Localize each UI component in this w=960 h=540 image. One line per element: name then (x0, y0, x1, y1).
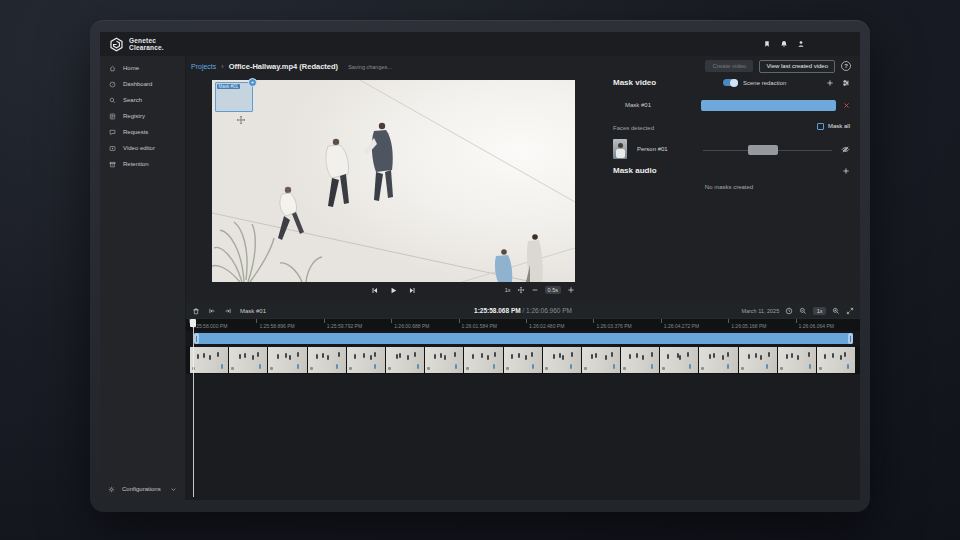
mask-region-label: Mask #01 (217, 84, 240, 89)
filmstrip-thumbnail[interactable] (504, 347, 542, 373)
pan-tool-icon[interactable] (517, 286, 525, 294)
search-icon (109, 97, 116, 104)
sidebar-item-dashboard[interactable]: Dashboard (100, 76, 185, 92)
mask-region-box[interactable]: Mask #01 + (215, 82, 253, 112)
sidebar-item-requests[interactable]: Requests (100, 124, 185, 140)
playhead-handle[interactable] (190, 319, 196, 327)
mask-move-handle-icon[interactable]: + (248, 78, 257, 87)
no-masks-text: No masks created (600, 184, 858, 190)
ruler-tick: 1:26:02.480 PM (529, 323, 564, 329)
mask-audio-title: Mask audio (613, 166, 657, 175)
sidebar-item-configurations[interactable]: Configurations (100, 482, 185, 496)
app-window: Genetec Clearance. HomeDashboardSearchRe… (90, 20, 870, 512)
filmstrip-thumbnail[interactable] (190, 347, 228, 373)
mask-track-row: Mask #01 (613, 99, 850, 113)
play-button[interactable] (389, 286, 398, 295)
skip-next-button[interactable] (408, 286, 417, 295)
sidebar-item-video-editor[interactable]: Video editor (100, 140, 185, 156)
scene-redaction-toggle[interactable]: Scene redaction (723, 79, 786, 86)
step-interval-value[interactable]: 0.5s (545, 286, 561, 294)
filmstrip-thumbnail[interactable] (660, 347, 698, 373)
delete-selection-icon[interactable] (192, 307, 200, 315)
step-decrease-button[interactable] (531, 286, 539, 294)
ruler-tick: 1:26:05.168 PM (731, 323, 766, 329)
zoom-out-icon[interactable] (799, 307, 807, 315)
video-canvas[interactable]: Mask #01 + (212, 80, 575, 282)
clock-icon[interactable] (785, 307, 793, 315)
mask-track-lane (186, 331, 860, 347)
timeline-zoom-level[interactable]: 1x (813, 307, 826, 315)
mask-name-label: Mask #01 (625, 102, 651, 108)
sidebar-item-label: Retention (123, 161, 149, 167)
brand-name: Genetec Clearance. (129, 37, 164, 52)
set-start-icon[interactable] (208, 307, 216, 315)
person-detection-segment[interactable] (748, 145, 778, 155)
mask-settings-icon[interactable] (842, 79, 850, 87)
timeline-mask-bar[interactable] (194, 333, 853, 344)
person-thumbnail[interactable] (613, 139, 627, 159)
filmstrip[interactable] (186, 347, 860, 374)
ruler-tick: 1:26:01.584 PM (462, 323, 497, 329)
add-mask-button[interactable] (826, 79, 834, 87)
registry-icon (109, 113, 116, 120)
breadcrumb: Projects › Office-Hallway.mp4 (Redacted)… (186, 62, 392, 71)
topbar-icon-group (763, 40, 805, 48)
playback-speed-label[interactable]: 1x (505, 287, 511, 293)
expand-timeline-icon[interactable] (846, 307, 854, 315)
person-icon[interactable] (797, 40, 805, 48)
filmstrip-thumbnail[interactable] (464, 347, 502, 373)
genetec-logo-icon (109, 37, 124, 52)
sidebar: HomeDashboardSearchRegistryRequestsVideo… (100, 56, 186, 500)
ruler-tick: 1:25:58.896 PM (259, 323, 294, 329)
sidebar-item-label: Dashboard (123, 81, 152, 87)
bookmark-icon[interactable] (763, 40, 771, 48)
ruler-tick: 1:25:58.000 PM (192, 323, 227, 329)
mask-duration-bar[interactable] (701, 100, 836, 111)
sidebar-item-registry[interactable]: Registry (100, 108, 185, 124)
requests-icon (109, 129, 116, 136)
video-editor-icon (109, 145, 116, 152)
filmstrip-thumbnail[interactable] (778, 347, 816, 373)
mask-panel: Mask video Scene redaction Mask (600, 56, 858, 303)
sidebar-item-label: Video editor (123, 145, 155, 151)
visibility-off-icon[interactable] (841, 145, 850, 154)
zoom-in-icon[interactable] (832, 307, 840, 315)
dashboard-icon (109, 81, 116, 88)
mask-bar-right-handle[interactable] (848, 333, 853, 344)
filmstrip-thumbnail[interactable] (229, 347, 267, 373)
ruler-tick: 1:26:00.688 PM (394, 323, 429, 329)
person-row: Person #01 (613, 139, 850, 161)
delete-mask-icon[interactable] (843, 102, 850, 109)
sidebar-item-search[interactable]: Search (100, 92, 185, 108)
filmstrip-thumbnail[interactable] (425, 347, 463, 373)
sidebar-item-home[interactable]: Home (100, 60, 185, 76)
person-name-label: Person #01 (637, 146, 668, 152)
timeline-ruler[interactable]: 1:25:58.000 PM1:25:58.896 PM1:25:59.792 … (186, 318, 860, 331)
skip-previous-button[interactable] (370, 286, 379, 295)
filmstrip-thumbnail[interactable] (347, 347, 385, 373)
filmstrip-thumbnail[interactable] (739, 347, 777, 373)
sidebar-item-label: Registry (123, 113, 145, 119)
filmstrip-thumbnail[interactable] (582, 347, 620, 373)
filmstrip-thumbnail[interactable] (308, 347, 346, 373)
filmstrip-thumbnail[interactable] (817, 347, 855, 373)
toggle-switch[interactable] (723, 79, 738, 86)
breadcrumb-projects-link[interactable]: Projects (191, 63, 216, 70)
mask-bar-left-handle[interactable] (194, 333, 199, 344)
bell-icon[interactable] (780, 40, 788, 48)
set-end-icon[interactable] (224, 307, 232, 315)
filmstrip-thumbnail[interactable] (386, 347, 424, 373)
playhead-line[interactable] (193, 319, 194, 497)
filmstrip-thumbnail[interactable] (699, 347, 737, 373)
mask-all-control[interactable]: Mask all (817, 123, 850, 130)
sidebar-item-label: Search (123, 97, 142, 103)
filmstrip-thumbnail[interactable] (543, 347, 581, 373)
sidebar-item-retention[interactable]: Retention (100, 156, 185, 172)
scene-redaction-label: Scene redaction (743, 80, 786, 86)
ruler-tick: 1:26:06.064 PM (799, 323, 834, 329)
mask-all-checkbox[interactable] (817, 123, 824, 130)
add-audio-mask-button[interactable] (842, 167, 850, 175)
step-increase-button[interactable] (567, 286, 575, 294)
filmstrip-thumbnail[interactable] (621, 347, 659, 373)
filmstrip-thumbnail[interactable] (268, 347, 306, 373)
